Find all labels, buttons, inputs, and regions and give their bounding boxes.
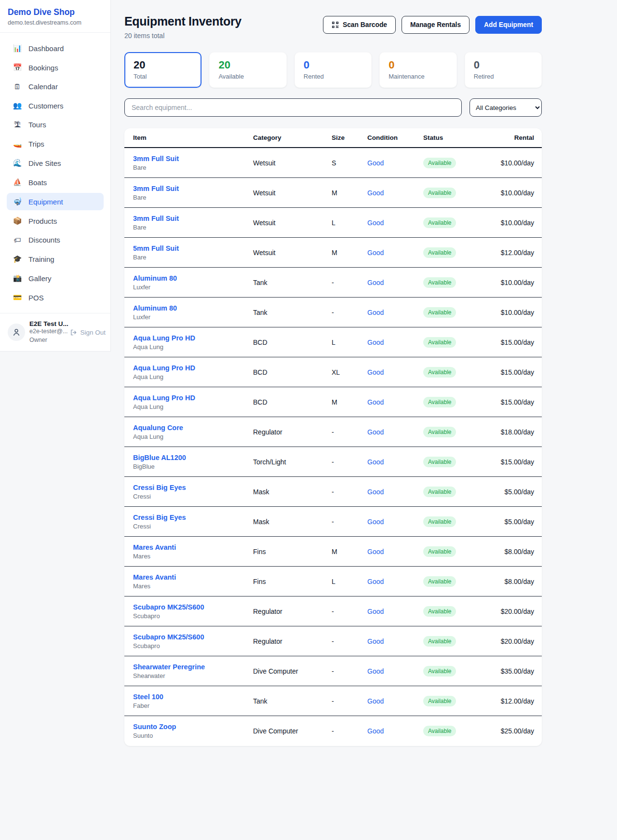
- item-rental-rate: $5.00/day: [496, 488, 534, 496]
- sign-out-button[interactable]: Sign Out: [70, 329, 106, 336]
- item-name-link[interactable]: Aqua Lung Pro HD: [133, 394, 253, 402]
- sidebar-item-dashboard[interactable]: 📊 Dashboard: [7, 40, 104, 57]
- item-name-link[interactable]: Aqua Lung Pro HD: [133, 334, 253, 342]
- stat-value: 0: [304, 59, 362, 71]
- item-category: Wetsuit: [253, 159, 332, 167]
- item-brand: Suunto: [133, 732, 253, 739]
- item-condition-link[interactable]: Good: [367, 249, 423, 257]
- status-badge: Available: [423, 277, 456, 288]
- item-size: M: [332, 548, 367, 555]
- stat-card-total[interactable]: 20 Total: [124, 52, 201, 88]
- sidebar-item-pos[interactable]: 💳 POS: [7, 289, 104, 306]
- manage-rentals-label: Manage Rentals: [410, 21, 461, 28]
- sidebar-item-calendar[interactable]: 🗓 Calendar: [7, 78, 104, 95]
- item-name-link[interactable]: Aluminum 80: [133, 274, 253, 282]
- products-icon: 📦: [13, 217, 22, 225]
- item-name-link[interactable]: 3mm Full Suit: [133, 185, 253, 192]
- tours-icon: 🏝: [13, 121, 22, 129]
- sidebar-item-tours[interactable]: 🏝 Tours: [7, 116, 104, 133]
- category-select[interactable]: All Categories: [469, 98, 542, 117]
- stat-card-available[interactable]: 20 Available: [209, 52, 286, 88]
- item-name-link[interactable]: Cressi Big Eyes: [133, 514, 253, 521]
- stat-card-retired[interactable]: 0 Retired: [465, 52, 542, 88]
- gallery-icon: 📸: [13, 274, 22, 283]
- sidebar-item-equipment[interactable]: 🤿 Equipment: [7, 193, 104, 210]
- item-name-link[interactable]: Cressi Big Eyes: [133, 484, 253, 491]
- sidebar-item-products[interactable]: 📦 Products: [7, 212, 104, 230]
- item-name-link[interactable]: Scubapro MK25/S600: [133, 633, 253, 641]
- item-name-link[interactable]: Suunto Zoop: [133, 723, 253, 731]
- item-rental-rate: $5.00/day: [496, 518, 534, 526]
- sidebar-item-dive-sites[interactable]: 🌊 Dive Sites: [7, 154, 104, 172]
- item-condition-link[interactable]: Good: [367, 488, 423, 496]
- item-condition-link[interactable]: Good: [367, 219, 423, 227]
- sidebar-item-discounts[interactable]: 🏷 Discounts: [7, 231, 104, 248]
- table-row: Aqualung Core Aqua Lung Regulator - Good…: [124, 417, 542, 447]
- item-name-link[interactable]: Shearwater Peregrine: [133, 663, 253, 671]
- stat-value: 20: [218, 59, 277, 71]
- item-name-link[interactable]: Aluminum 80: [133, 304, 253, 312]
- item-condition-link[interactable]: Good: [367, 548, 423, 555]
- item-condition-link[interactable]: Good: [367, 279, 423, 286]
- sidebar-item-label: Customers: [28, 102, 64, 110]
- item-condition-link[interactable]: Good: [367, 518, 423, 526]
- table-row: Scubapro MK25/S600 Scubapro Regulator - …: [124, 626, 542, 656]
- item-size: M: [332, 398, 367, 406]
- sidebar-item-bookings[interactable]: 📅 Bookings: [7, 59, 104, 76]
- item-condition-link[interactable]: Good: [367, 309, 423, 316]
- item-name-link[interactable]: BigBlue AL1200: [133, 454, 253, 461]
- item-size: M: [332, 249, 367, 257]
- item-name-link[interactable]: Aqualung Core: [133, 424, 253, 432]
- item-name-link[interactable]: Mares Avanti: [133, 573, 253, 581]
- status-badge: Available: [423, 546, 456, 557]
- sidebar: Demo Dive Shop demo.test.divestreams.com…: [0, 0, 111, 352]
- item-condition-link[interactable]: Good: [367, 189, 423, 197]
- item-rental-rate: $10.00/day: [496, 219, 534, 227]
- item-condition-link[interactable]: Good: [367, 697, 423, 705]
- item-condition-link[interactable]: Good: [367, 428, 423, 436]
- item-size: L: [332, 219, 367, 227]
- main-content: Equipment Inventory 20 items total Scan …: [111, 0, 542, 775]
- item-name-link[interactable]: 3mm Full Suit: [133, 155, 253, 163]
- sidebar-item-trips[interactable]: 🚤 Trips: [7, 135, 104, 152]
- stat-card-maintenance[interactable]: 0 Maintenance: [379, 52, 456, 88]
- user-role: Owner: [29, 336, 66, 345]
- item-rental-rate: $20.00/day: [496, 637, 534, 645]
- sidebar-item-boats[interactable]: ⛵ Boats: [7, 174, 104, 191]
- item-condition-link[interactable]: Good: [367, 608, 423, 615]
- item-condition-link[interactable]: Good: [367, 458, 423, 466]
- item-name-link[interactable]: Scubapro MK25/S600: [133, 603, 253, 611]
- item-size: -: [332, 279, 367, 286]
- item-name-link[interactable]: Mares Avanti: [133, 543, 253, 551]
- item-name-link[interactable]: Aqua Lung Pro HD: [133, 364, 253, 372]
- item-condition-link[interactable]: Good: [367, 727, 423, 735]
- manage-rentals-button[interactable]: Manage Rentals: [402, 16, 469, 34]
- item-name-link[interactable]: 3mm Full Suit: [133, 215, 253, 222]
- item-condition-link[interactable]: Good: [367, 398, 423, 406]
- stat-value: 20: [134, 59, 192, 71]
- sidebar-item-gallery[interactable]: 📸 Gallery: [7, 270, 104, 287]
- item-name-link[interactable]: Steel 100: [133, 693, 253, 701]
- status-badge: Available: [423, 636, 456, 647]
- table-row: Aqua Lung Pro HD Aqua Lung BCD L Good Av…: [124, 327, 542, 357]
- status-badge: Available: [423, 367, 456, 378]
- stat-card-rented[interactable]: 0 Rented: [295, 52, 372, 88]
- sidebar-item-training[interactable]: 🎓 Training: [7, 250, 104, 268]
- item-condition-link[interactable]: Good: [367, 578, 423, 585]
- item-condition-link[interactable]: Good: [367, 667, 423, 675]
- item-name-link[interactable]: 5mm Full Suit: [133, 244, 253, 252]
- item-size: -: [332, 428, 367, 436]
- item-condition-link[interactable]: Good: [367, 339, 423, 346]
- item-condition-link[interactable]: Good: [367, 159, 423, 167]
- shop-name[interactable]: Demo Dive Shop: [8, 7, 103, 17]
- dashboard-icon: 📊: [13, 44, 22, 53]
- sidebar-item-customers[interactable]: 👥 Customers: [7, 97, 104, 114]
- add-equipment-button[interactable]: Add Equipment: [475, 16, 542, 34]
- item-category: BCD: [253, 339, 332, 346]
- item-condition-link[interactable]: Good: [367, 637, 423, 645]
- search-input[interactable]: [124, 98, 462, 117]
- item-size: -: [332, 458, 367, 466]
- scan-barcode-button[interactable]: Scan Barcode: [323, 16, 396, 34]
- item-condition-link[interactable]: Good: [367, 368, 423, 376]
- item-category: Regulator: [253, 428, 332, 436]
